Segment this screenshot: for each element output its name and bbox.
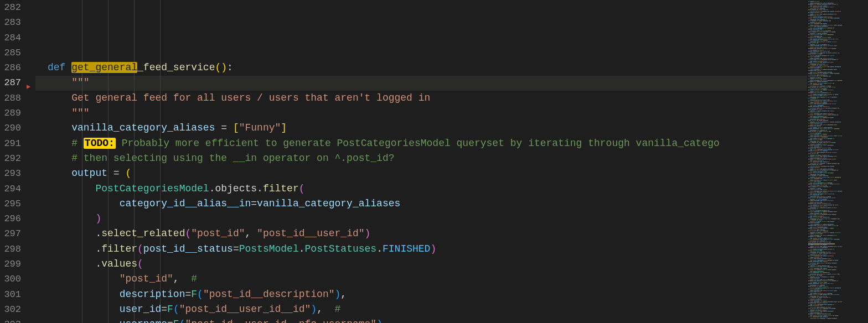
code-token: ) — [95, 213, 101, 224]
minimap[interactable]: ██ █████ ████████ █████ ████████ ███ ███… — [807, 0, 868, 323]
code-line[interactable] — [48, 45, 807, 60]
code-line[interactable]: ) — [48, 211, 807, 226]
code-token: : — [227, 62, 233, 73]
code-line[interactable]: """ — [48, 106, 807, 121]
code-token: ) — [311, 304, 317, 315]
line-number[interactable]: 290 — [0, 121, 23, 136]
code-line[interactable]: Get general feed for all users / users t… — [48, 91, 807, 106]
code-token: , — [173, 273, 191, 284]
breakpoint-marker-icon[interactable]: ▶ — [27, 80, 30, 95]
code-token: _feed_service — [137, 62, 215, 73]
line-number[interactable]: 297 — [0, 226, 23, 241]
code-token: . — [376, 243, 383, 254]
line-number[interactable]: 301 — [0, 287, 23, 302]
code-token: category_id__alias__in — [120, 198, 251, 209]
code-token: [ — [233, 122, 239, 133]
code-token: username — [120, 319, 167, 323]
line-number[interactable]: 284 — [0, 30, 23, 45]
code-token: filter — [101, 243, 137, 254]
line-number[interactable]: 291 — [0, 136, 23, 151]
code-token: .objects. — [209, 183, 263, 194]
code-line[interactable]: def get_general_feed_service(): — [48, 60, 807, 75]
line-number[interactable]: 286 — [0, 60, 23, 75]
line-number[interactable]: 285 — [0, 45, 23, 60]
code-line[interactable]: username=F("post_id__user_id__nfc_userna… — [48, 317, 807, 323]
code-editor[interactable]: 2822832842852862872882892902912922932942… — [0, 0, 868, 323]
line-number[interactable]: 292 — [0, 151, 23, 166]
code-token: post_id__status — [143, 243, 233, 254]
code-token: F — [191, 289, 197, 300]
line-number[interactable]: 303 — [0, 317, 23, 323]
code-token: ( — [137, 243, 143, 254]
code-token: # — [335, 304, 341, 315]
code-token: vanilla_category_aliases — [257, 198, 400, 209]
code-token: description — [120, 289, 185, 300]
code-token: user_id — [120, 304, 162, 315]
code-line[interactable]: .values( — [48, 257, 807, 272]
code-line[interactable]: PostCategoriesModel.objects.filter( — [48, 181, 807, 196]
code-token: """ — [71, 77, 89, 88]
line-number[interactable]: 299 — [0, 257, 23, 272]
line-number[interactable]: 282 — [0, 0, 23, 15]
code-token: ( — [137, 258, 143, 269]
code-line[interactable]: user_id=F("post_id__user_id__id"), # — [48, 302, 807, 317]
code-line[interactable]: output = ( — [48, 166, 807, 181]
code-token: F — [167, 304, 173, 315]
code-line[interactable]: """ — [48, 75, 807, 90]
code-token: ) — [376, 319, 383, 323]
line-number[interactable]: 293 — [0, 166, 23, 181]
code-line[interactable]: .filter(post_id__status=PostsModel.PostS… — [48, 242, 807, 257]
line-number[interactable]: 302 — [0, 302, 23, 317]
code-token: = — [185, 289, 191, 300]
code-token: ( — [125, 168, 131, 179]
minimap-content: ██ █████ ████████ █████ ████████ ███ ███… — [808, 1, 867, 319]
code-token: "Funny" — [239, 122, 281, 133]
code-token: values — [101, 258, 137, 269]
line-number-gutter[interactable]: 2822832842852862872882892902912922932942… — [0, 0, 25, 323]
line-number[interactable]: 288 — [0, 91, 23, 106]
code-token: ) — [221, 62, 227, 73]
code-token: output — [71, 168, 113, 179]
code-token: # — [191, 273, 197, 284]
code-token: ) — [430, 243, 436, 254]
code-token: , — [340, 289, 347, 300]
code-token: PostStatuses — [305, 243, 377, 254]
code-token: PostsModel — [239, 243, 299, 254]
code-token: "post_id__user_id__id" — [179, 304, 311, 315]
line-number[interactable]: 296 — [0, 211, 23, 226]
line-number[interactable]: 300 — [0, 272, 23, 286]
code-token: Get general feed for all users / users t… — [71, 92, 430, 103]
code-line[interactable]: .select_related("post_id", "post_id__use… — [48, 226, 807, 241]
line-number[interactable]: 295 — [0, 196, 23, 211]
fold-gutter[interactable]: ▶ — [25, 0, 35, 323]
line-number[interactable]: 287 — [0, 75, 23, 90]
code-line[interactable]: # TODO: Probably more efficient to gener… — [48, 136, 807, 151]
code-token: ( — [215, 62, 221, 73]
line-number[interactable]: 283 — [0, 15, 23, 30]
code-token: "post_id__user_id" — [257, 228, 364, 239]
line-number[interactable]: 289 — [0, 106, 23, 121]
line-number[interactable]: 294 — [0, 181, 23, 196]
code-token: ) — [365, 228, 371, 239]
code-token: get_general — [71, 62, 137, 73]
code-token: TODO: — [84, 138, 116, 149]
code-line[interactable]: category_id__alias__in=vanilla_category_… — [48, 196, 807, 211]
code-line[interactable]: description=F("post_id__description"), — [48, 287, 807, 302]
code-token: = — [233, 243, 239, 254]
code-token: = — [167, 319, 173, 323]
code-token: ( — [179, 319, 185, 323]
code-line[interactable]: # then selecting using the __in operator… — [48, 151, 807, 166]
code-token: ( — [299, 183, 305, 194]
code-line[interactable]: vanilla_category_aliases = ["Funny"] — [48, 121, 807, 136]
code-area[interactable]: def get_general_feed_service(): """ Get … — [35, 0, 807, 323]
code-token: "post_id__description" — [203, 289, 335, 300]
code-token: = — [251, 198, 257, 209]
code-token: ] — [281, 122, 287, 133]
code-token: . — [95, 243, 101, 254]
code-token: = — [113, 168, 126, 179]
code-token: ( — [185, 228, 191, 239]
code-token: = — [221, 122, 233, 133]
code-token: def — [48, 62, 71, 73]
line-number[interactable]: 298 — [0, 242, 23, 257]
code-line[interactable]: "post_id", # — [48, 272, 807, 286]
